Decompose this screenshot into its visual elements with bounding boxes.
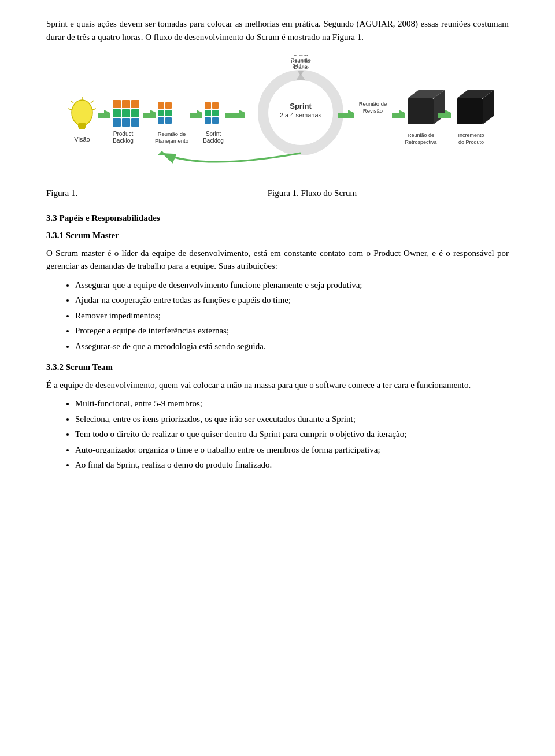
figure-caption: Figura 1. Fluxo do Scrum: [116, 187, 509, 200]
svg-rect-37: [205, 110, 211, 116]
section-33-header: 3.3 Papéis e Responsabilidades: [46, 212, 509, 225]
svg-rect-12: [113, 100, 121, 108]
svg-rect-24: [143, 113, 156, 118]
svg-rect-40: [212, 117, 219, 124]
svg-text:Reunião de: Reunião de: [158, 131, 186, 137]
svg-rect-36: [212, 102, 219, 109]
svg-text:Planejamento: Planejamento: [155, 138, 188, 144]
svg-text:Diária: Diária: [294, 55, 309, 57]
svg-text:Sprint: Sprint: [206, 131, 221, 137]
svg-text:Reunião de: Reunião de: [359, 101, 387, 107]
scrum-flow-diagram: Visão Product Backlog: [58, 55, 497, 182]
svg-rect-15: [113, 109, 121, 117]
svg-rect-28: [165, 102, 172, 109]
svg-text:Product: Product: [113, 131, 134, 137]
svg-rect-31: [158, 117, 164, 124]
section-331-header: 3.3.1 Scrum Master: [46, 229, 509, 242]
list-item: Proteger a equipe de interferências exte…: [75, 324, 509, 338]
svg-rect-3: [79, 127, 85, 129]
svg-rect-56: [338, 113, 354, 118]
svg-rect-14: [131, 100, 139, 108]
list-item: Assegurar que a equipe de desenvolviment…: [75, 279, 509, 292]
svg-rect-61: [408, 98, 434, 124]
section-331-bullet-list: Assegurar que a equipe de desenvolviment…: [75, 279, 509, 353]
section-332-header: 3.3.2 Scrum Team: [46, 361, 509, 374]
list-item: Assegurar-se de que a metodologia está s…: [75, 340, 509, 353]
svg-rect-27: [158, 102, 164, 109]
svg-rect-60: [392, 113, 405, 118]
svg-rect-66: [457, 98, 483, 124]
svg-rect-17: [131, 109, 139, 117]
list-item: Multi-funcional, entre 5-9 membros;: [75, 397, 509, 410]
svg-text:Retrospectiva: Retrospectiva: [405, 139, 436, 145]
svg-text:2 a 4 semanas: 2 a 4 semanas: [280, 112, 322, 118]
list-item: Seleciona, entre os itens priorizados, o…: [75, 413, 509, 426]
figure-caption-label: Figura 1.: [268, 188, 299, 198]
svg-rect-39: [205, 117, 211, 124]
intro-paragraph: Sprint e quais ações devem ser tomadas p…: [46, 17, 509, 43]
svg-rect-19: [122, 118, 130, 127]
svg-rect-13: [122, 100, 130, 108]
scrum-diagram-wrapper: Visão Product Backlog: [46, 55, 509, 182]
svg-rect-54: [225, 113, 245, 118]
figure-caption-row: Figura 1. Figura 1. Fluxo do Scrum: [46, 187, 509, 200]
svg-rect-34: [190, 113, 202, 118]
svg-rect-16: [122, 109, 130, 117]
svg-rect-18: [113, 118, 121, 127]
svg-rect-20: [131, 118, 139, 127]
list-item: Auto-organizado: organiza o time e o tra…: [75, 443, 509, 457]
svg-text:Backlog: Backlog: [203, 138, 224, 144]
section-332-bullet-list: Multi-funcional, entre 5-9 membros; Sele…: [75, 397, 509, 472]
svg-text:Visão: Visão: [74, 136, 90, 143]
svg-rect-11: [98, 113, 110, 118]
list-item: Ao final da Sprint, realiza o demo do pr…: [75, 458, 509, 472]
figure-side-label: Figura 1.: [46, 187, 116, 200]
svg-rect-2: [78, 123, 86, 128]
svg-text:Revisão: Revisão: [363, 108, 383, 114]
section-332-body: É a equipe de desenvolvimento, quem vai …: [46, 379, 509, 392]
list-item: Ajudar na cooperação entre todas as funç…: [75, 294, 509, 307]
scrum-diagram-container: Visão Product Backlog: [46, 55, 509, 182]
svg-text:Diária: Diária: [294, 64, 308, 70]
figure-caption-text: Fluxo do Scrum: [301, 188, 357, 198]
svg-rect-35: [205, 102, 211, 109]
svg-point-1: [72, 100, 92, 125]
svg-rect-32: [165, 117, 172, 124]
svg-text:Incremento: Incremento: [458, 132, 484, 138]
svg-text:do Produto: do Produto: [458, 139, 484, 145]
list-item: Remover impedimentos;: [75, 309, 509, 323]
svg-text:Reunião de: Reunião de: [408, 132, 434, 138]
svg-rect-38: [212, 110, 219, 116]
section-331-body: O Scrum master é o líder da equipe de de…: [46, 247, 509, 273]
svg-rect-29: [158, 110, 164, 116]
svg-text:Sprint: Sprint: [290, 102, 312, 110]
svg-text:Backlog: Backlog: [113, 138, 134, 144]
list-item: Tem todo o direito de realizar o que qui…: [75, 428, 509, 441]
svg-rect-72: [438, 113, 451, 118]
svg-text:Reunião: Reunião: [291, 58, 310, 64]
svg-rect-30: [165, 110, 172, 116]
